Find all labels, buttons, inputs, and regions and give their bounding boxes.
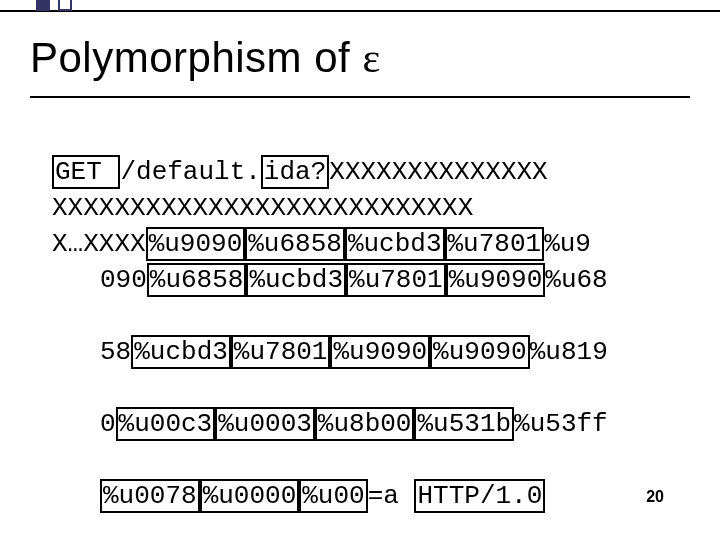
hl-u6858: %u6858 <box>147 263 247 297</box>
hl-ida: ida? <box>261 155 329 189</box>
decor-square-outline <box>58 0 72 11</box>
code-line-6: 0%u00c3%u0003%u8b00%u531b%u53ff <box>52 406 680 442</box>
hl-u8b00: %u8b00 <box>315 407 415 441</box>
hl-u00: %u00 <box>299 479 367 513</box>
hl-get: GET <box>52 155 120 189</box>
code-line-1: GET /default.ida?XXXXXXXXXXXXXX <box>52 157 548 187</box>
hl-u6858: %u6858 <box>245 227 345 261</box>
hl-ucbd3: %ucbd3 <box>246 263 346 297</box>
hl-ucbd3: %ucbd3 <box>345 227 445 261</box>
code-line-5: 58%ucbd3%u7801%u9090%u9090%u819 <box>52 334 680 370</box>
code-text: =a <box>368 481 415 511</box>
page-number: 20 <box>646 488 664 506</box>
hl-u0003: %u0003 <box>215 407 315 441</box>
hl-u7801: %u7801 <box>445 227 545 261</box>
code-text: %u53ff <box>514 409 608 439</box>
hl-u00c3: %u00c3 <box>116 407 216 441</box>
code-line-7: %u0078%u0000%u00=a HTTP/1.0 <box>52 478 680 514</box>
code-text: 58 <box>100 337 131 367</box>
hl-u9090: %u9090 <box>430 335 530 369</box>
title-divider <box>30 96 690 98</box>
hl-u7801: %u7801 <box>231 335 331 369</box>
code-block: GET /default.ida?XXXXXXXXXXXXXX XXXXXXXX… <box>52 118 680 540</box>
hl-u9090: %u9090 <box>330 335 430 369</box>
code-text: XXXXXXXXXXXXXX <box>329 157 547 187</box>
code-line-3: X…XXXX%u9090%u6858%ucbd3%u7801%u9 <box>52 229 591 259</box>
decor-square-filled <box>36 0 50 11</box>
hl-u531b: %u531b <box>414 407 514 441</box>
code-text: /default. <box>120 157 260 187</box>
code-text: %u9 <box>544 229 591 259</box>
title-text: Polymorphism of <box>30 34 362 81</box>
hl-u0078: %u0078 <box>100 479 200 513</box>
hl-u9090: %u9090 <box>446 263 546 297</box>
slide-top-border <box>0 0 720 12</box>
hl-ucbd3: %ucbd3 <box>131 335 231 369</box>
hl-http: HTTP/1.0 <box>414 479 545 513</box>
slide-title: Polymorphism of ε <box>30 34 381 82</box>
code-text: %u68 <box>545 265 607 295</box>
code-text: 0 <box>100 409 116 439</box>
hl-u9090: %u9090 <box>146 227 246 261</box>
hl-u0000: %u0000 <box>200 479 300 513</box>
code-line-2: XXXXXXXXXXXXXXXXXXXXXXXXXXX <box>52 193 473 223</box>
code-text: X…XXXX <box>52 229 146 259</box>
hl-u7801: %u7801 <box>346 263 446 297</box>
code-line-4: 090%u6858%ucbd3%u7801%u9090%u68 <box>52 262 680 298</box>
code-text: 090 <box>100 265 147 295</box>
title-epsilon: ε <box>362 35 380 81</box>
code-text: %u819 <box>530 337 608 367</box>
